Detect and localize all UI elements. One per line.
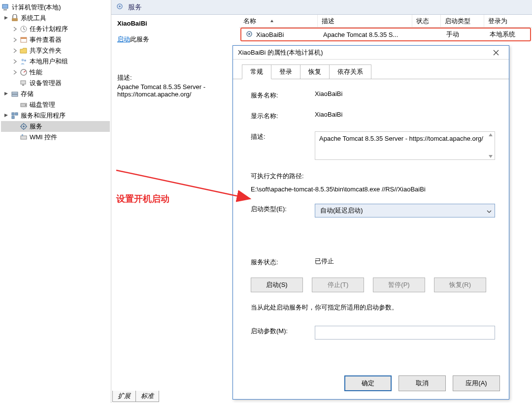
label-startup-type: 启动类型(E): xyxy=(251,204,315,214)
svg-point-27 xyxy=(119,5,121,7)
svg-point-19 xyxy=(23,125,25,127)
svg-rect-24 xyxy=(21,136,27,139)
service-row[interactable]: XiaoBaiBi Apache Tomcat 8.5.35 S... 手动 本… xyxy=(240,28,531,41)
tab-logon[interactable]: 登录 xyxy=(271,64,300,79)
start-params-input[interactable] xyxy=(315,326,495,340)
label-exe-path: 可执行文件的路径: xyxy=(251,171,304,181)
detail-desc-label: 描述: xyxy=(117,73,233,82)
startup-type-select[interactable]: 自动(延迟启动) xyxy=(315,204,495,217)
tree-local-users-groups[interactable]: 本地用户和组 xyxy=(1,56,110,67)
tab-recovery[interactable]: 恢复 xyxy=(300,64,330,79)
col-logon-as[interactable]: 登录为 xyxy=(484,15,532,27)
svg-point-6 xyxy=(22,59,24,62)
svg-rect-16 xyxy=(15,113,18,115)
svg-rect-2 xyxy=(12,18,18,21)
sort-asc-icon xyxy=(270,17,274,25)
gear-icon xyxy=(115,2,124,12)
detail-service-name: XiaoBaiBi xyxy=(117,20,233,27)
dialog-tabs[interactable]: 常规 登录 恢复 依存关系 xyxy=(233,60,509,79)
col-desc[interactable]: 描述 xyxy=(317,15,412,27)
svg-rect-17 xyxy=(12,116,14,119)
svg-rect-9 xyxy=(21,81,26,84)
svg-rect-1 xyxy=(3,9,7,10)
wmi-icon xyxy=(20,133,28,141)
tree-services-apps[interactable]: 服务和应用程序 xyxy=(1,110,110,121)
svg-rect-10 xyxy=(22,85,24,86)
expand-icon[interactable] xyxy=(12,47,19,54)
apply-button[interactable]: 应用(A) xyxy=(453,375,500,391)
gear-icon xyxy=(245,30,253,39)
clock-icon xyxy=(20,25,28,33)
tree-task-scheduler[interactable]: 任务计划程序 xyxy=(1,24,110,34)
close-button[interactable] xyxy=(486,47,506,58)
device-manager-icon xyxy=(20,79,28,87)
event-icon xyxy=(20,36,28,44)
col-status[interactable]: 状态 xyxy=(412,15,440,27)
dialog-titlebar[interactable]: XiaoBaiBi 的属性(本地计算机) xyxy=(233,46,509,60)
expand-icon[interactable] xyxy=(12,36,19,43)
resume-button: 恢复(R) xyxy=(434,278,486,292)
stop-button: 停止(T) xyxy=(312,278,364,292)
collapse-icon[interactable] xyxy=(3,15,10,22)
performance-icon xyxy=(20,68,28,76)
tree-disk-management[interactable]: 磁盘管理 xyxy=(1,99,110,110)
label-display-name: 显示名称: xyxy=(251,111,315,121)
tree-event-viewer[interactable]: 事件查看器 xyxy=(1,34,110,45)
value-service-status: 已停止 xyxy=(315,257,495,266)
disk-icon xyxy=(20,101,28,109)
users-icon xyxy=(20,58,28,65)
value-service-name: XiaoBaiBi xyxy=(315,90,495,97)
tab-general[interactable]: 常规 xyxy=(242,64,271,79)
properties-dialog: XiaoBaiBi 的属性(本地计算机) 常规 登录 恢复 依存关系 服务名称:… xyxy=(233,45,509,400)
label-service-name: 服务名称: xyxy=(251,90,315,100)
storage-icon xyxy=(11,90,19,98)
tree-shared-folders[interactable]: 共享文件夹 xyxy=(1,45,110,56)
col-start-type[interactable]: 启动类型 xyxy=(440,15,484,27)
expand-icon[interactable] xyxy=(12,58,19,65)
expand-icon[interactable] xyxy=(12,26,19,32)
tree-storage[interactable]: 存储 xyxy=(1,89,110,99)
svg-rect-11 xyxy=(12,92,18,94)
scroll-down-icon[interactable] xyxy=(488,155,493,158)
tree-system-tools[interactable]: 系统工具 xyxy=(1,13,110,24)
svg-rect-0 xyxy=(2,4,8,8)
tab-dependencies[interactable]: 依存关系 xyxy=(329,64,371,79)
tree-root[interactable]: 计算机管理(本地) xyxy=(1,2,110,13)
tools-icon xyxy=(11,14,19,22)
navigation-tree[interactable]: 计算机管理(本地) 系统工具 任务计划程序 事件查看器 共享文件夹 xyxy=(0,0,111,403)
tab-extended[interactable]: 扩展 xyxy=(112,391,136,402)
value-display-name: XiaoBaiBi xyxy=(315,111,495,118)
svg-point-14 xyxy=(25,105,26,106)
collapse-icon[interactable] xyxy=(3,91,10,97)
tree-device-manager[interactable]: 设备管理器 xyxy=(1,78,110,89)
label-service-status: 服务状态: xyxy=(251,257,315,267)
tree-services[interactable]: 服务 xyxy=(1,121,110,132)
col-name[interactable]: 名称 xyxy=(239,15,317,27)
svg-point-7 xyxy=(24,60,26,62)
ok-button[interactable]: 确定 xyxy=(344,375,392,391)
collapse-icon[interactable] xyxy=(3,112,10,119)
svg-rect-12 xyxy=(12,94,18,96)
bottom-tabs[interactable]: 扩展 标准 xyxy=(112,391,159,402)
description-textarea[interactable]: Apache Tomcat 8.5.35 Server - https://to… xyxy=(315,131,495,160)
list-header[interactable]: 名称 描述 状态 启动类型 登录为 xyxy=(239,15,532,28)
tab-standard[interactable]: 标准 xyxy=(135,391,159,402)
expand-icon[interactable] xyxy=(12,69,19,76)
scroll-up-icon[interactable] xyxy=(488,133,493,137)
start-service-link[interactable]: 启动 xyxy=(117,35,130,43)
svg-rect-15 xyxy=(12,113,14,115)
tree-wmi-control[interactable]: WMI 控件 xyxy=(1,132,110,143)
tree-performance[interactable]: 性能 xyxy=(1,67,110,78)
scrollbar[interactable] xyxy=(487,132,495,159)
shared-folder-icon xyxy=(20,47,28,55)
cancel-button[interactable]: 取消 xyxy=(399,375,446,391)
start-button[interactable]: 启动(S) xyxy=(251,278,303,292)
detail-desc-text: Apache Tomcat 8.5.35 Server - https://to… xyxy=(117,83,233,98)
chevron-down-icon xyxy=(487,207,492,215)
service-detail-pane: XiaoBaiBi 启动此服务 描述: Apache Tomcat 8.5.35… xyxy=(111,15,239,403)
start-param-hint: 当从此处启动服务时，你可指定所适用的启动参数。 xyxy=(251,303,495,312)
pause-button: 暂停(P) xyxy=(373,278,425,292)
svg-rect-5 xyxy=(21,37,27,39)
svg-point-29 xyxy=(248,33,250,35)
value-exe-path: E:\soft\apache-tomcat-8.5.35\bin\tomcat8… xyxy=(251,186,495,193)
